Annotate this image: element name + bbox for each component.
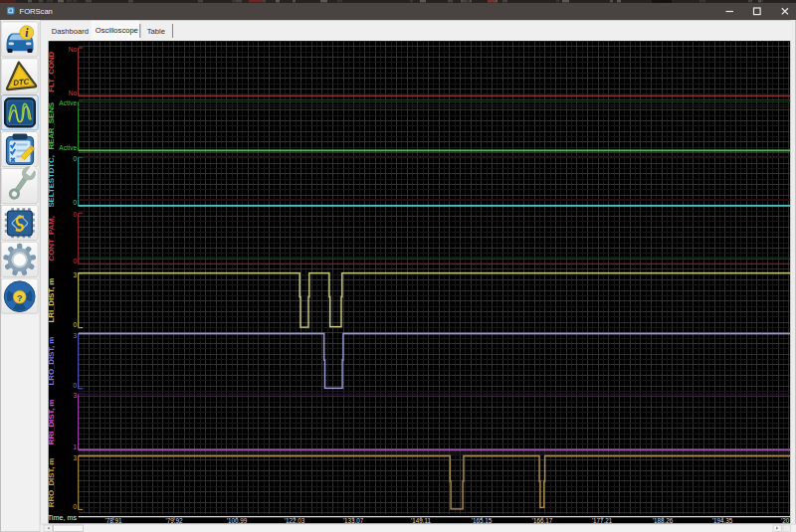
svg-text:REAR_SENS: REAR_SENS [47, 101, 56, 149]
svg-text:0: 0 [73, 382, 77, 389]
svg-text:SELTESTDTC,: SELTESTDTC, [47, 155, 56, 207]
svg-text:FLT_COND: FLT_COND [47, 51, 56, 91]
svg-text:CONT_PAM,: CONT_PAM, [47, 216, 56, 261]
svg-text:No: No [69, 89, 78, 96]
svg-text:Time, ms: Time, ms [48, 513, 78, 522]
svg-text:No: No [69, 46, 78, 53]
svg-text:Active: Active [59, 99, 77, 106]
svg-text:Dashboard: Dashboard [52, 27, 89, 36]
svg-text:DTC: DTC [13, 77, 30, 88]
svg-text:'20: '20 [781, 517, 790, 524]
svg-text:LRI_DIST, m: LRI_DIST, m [47, 278, 56, 323]
svg-text:Oscilloscope: Oscilloscope [96, 26, 138, 35]
svg-text:0: 0 [73, 503, 77, 510]
svg-text:0: 0 [73, 211, 77, 218]
svg-text:3: 3 [73, 392, 77, 399]
svg-text:Table: Table [147, 27, 165, 36]
svg-text:3: 3 [73, 271, 77, 278]
svg-text:3: 3 [73, 454, 77, 461]
svg-text:1: 1 [73, 443, 77, 450]
svg-text:0: 0 [73, 321, 77, 328]
svg-text:0: 0 [73, 199, 77, 206]
svg-text:0: 0 [73, 258, 77, 265]
svg-text:?: ? [17, 292, 23, 303]
svg-text:Active: Active [59, 144, 77, 151]
svg-text:0: 0 [73, 155, 77, 162]
svg-text:3: 3 [73, 332, 77, 339]
svg-text:RRI_DIST, m: RRI_DIST, m [47, 400, 56, 445]
svg-text:LRO_DIST, m: LRO_DIST, m [47, 337, 56, 386]
svg-text:FORScan: FORScan [20, 7, 53, 16]
svg-text:RRO_DIST, m: RRO_DIST, m [47, 458, 56, 508]
